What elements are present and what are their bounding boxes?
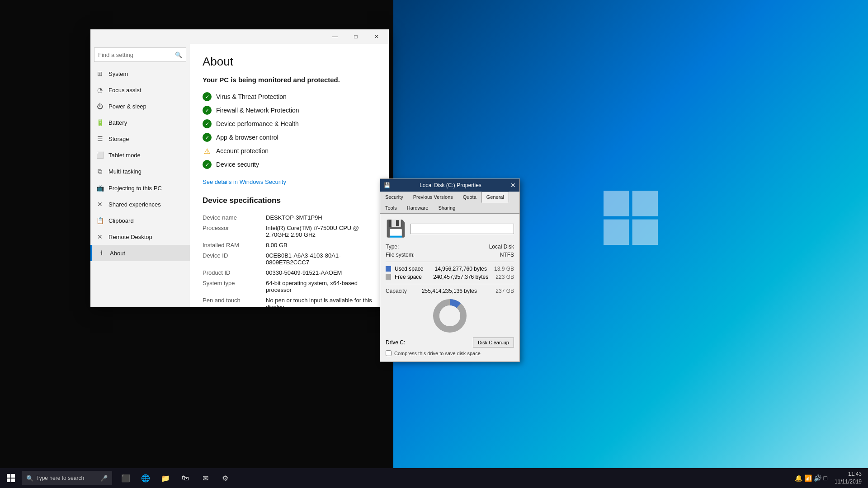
spec-value: Intel(R) Core(TM) i7-7500U CPU @ 2.70GHz… [266, 223, 376, 240]
disk-type-label: Type: [386, 244, 399, 250]
sidebar-item-label: Storage [108, 136, 129, 142]
search-input[interactable] [98, 52, 175, 58]
spec-value: 0CEB0B1-A6A3-4103-80A1-0809E7B2CCC7 [266, 250, 376, 267]
sidebar-item-projecting[interactable]: 📺 Projecting to this PC [90, 180, 190, 196]
sidebar-item-system[interactable]: ⊞ System [90, 66, 190, 82]
taskbar: 🔍 Type here to search 🎤 ⬛ 🌐 📁 🛍 ✉ ⚙ 🔔 📶 … [0, 468, 868, 488]
taskbar-clock[interactable]: 11:43 11/11/2019 [835, 470, 864, 486]
maximize-button[interactable]: □ [345, 29, 366, 44]
sidebar-item-label: System [108, 70, 128, 77]
tab-general[interactable]: General [481, 192, 509, 203]
sidebar-item-about[interactable]: ℹ About [90, 245, 190, 261]
protection-item-label: Account protection [216, 147, 269, 155]
taskbar-search-box[interactable]: 🔍 Type here to search 🎤 [22, 471, 112, 485]
spec-value: 8.00 GB [266, 240, 376, 250]
svg-rect-0 [604, 191, 629, 216]
taskbar-settings[interactable]: ⚙ [217, 470, 233, 486]
notification-icon[interactable]: 🔔 [795, 474, 802, 482]
disk-type-row: Type: Local Disk [386, 244, 514, 250]
sidebar-item-label: Power & sleep [108, 103, 146, 110]
disk-close-button[interactable]: ✕ [510, 182, 516, 188]
tab-hardware[interactable]: Hardware [402, 202, 434, 213]
tab-quota[interactable]: Quota [458, 192, 481, 202]
action-center-icon[interactable]: □ [823, 474, 827, 482]
tab-previous-versions[interactable]: Previous Versions [408, 192, 458, 202]
taskbar-search-text: Type here to search [36, 475, 84, 481]
settings-body: 🔍 ⊞ System ◔ Focus assist ⏻ Power & slee… [90, 44, 389, 307]
tab-sharing[interactable]: Sharing [433, 202, 460, 213]
sidebar: 🔍 ⊞ System ◔ Focus assist ⏻ Power & slee… [90, 44, 190, 307]
taskbar-mail[interactable]: ✉ [197, 470, 213, 486]
sidebar-item-tablet-mode[interactable]: ⬜ Tablet mode [90, 147, 190, 163]
disk-cleanup-button[interactable]: Disk Clean-up [473, 338, 514, 347]
taskbar-task-view[interactable]: ⬛ [118, 470, 134, 486]
sidebar-item-storage[interactable]: ☰ Storage [90, 131, 190, 147]
compress-checkbox[interactable] [386, 350, 392, 356]
spec-table: Device name DESKTOP-3MT1P9H Processor In… [203, 212, 376, 307]
disk-name-input[interactable] [410, 224, 514, 234]
donut-chart [432, 298, 468, 334]
minimize-button[interactable]: — [325, 29, 345, 44]
network-icon[interactable]: 📶 [804, 474, 812, 482]
clock-date: 11/11/2019 [835, 478, 862, 486]
page-title: About [203, 55, 376, 69]
search-icon[interactable]: 🔍 [175, 52, 182, 58]
sidebar-item-label: Battery [108, 119, 127, 126]
taskbar-store[interactable]: 🛍 [177, 470, 193, 486]
taskbar-microphone-icon[interactable]: 🎤 [100, 475, 108, 482]
clock-time: 11:43 [835, 470, 862, 478]
sidebar-item-focus-assist[interactable]: ◔ Focus assist [90, 82, 190, 98]
focus-icon: ◔ [96, 86, 104, 94]
close-button[interactable]: ✕ [366, 29, 387, 44]
protection-list: ✓ Virus & Threat Protection ✓ Firewall &… [203, 90, 376, 171]
free-space-bytes: 240,457,957,376 bytes [433, 274, 488, 280]
disk-header-row: 💾 [386, 219, 514, 238]
capacity-label: Capacity [386, 288, 407, 294]
volume-icon[interactable]: 🔊 [814, 474, 821, 482]
warning-icon: ⚠ [203, 146, 212, 155]
spec-label: Device name [203, 212, 266, 223]
tab-security[interactable]: Security [380, 192, 408, 202]
start-button[interactable] [0, 468, 22, 488]
spec-row-device-id: Device ID 0CEB0B1-A6A3-4103-80A1-0809E7B… [203, 250, 376, 267]
spec-row-processor: Processor Intel(R) Core(TM) i7-7500U CPU… [203, 223, 376, 240]
spec-value: 00330-50409-91521-AAOEM [266, 267, 376, 278]
sidebar-item-label: Clipboard [108, 217, 134, 224]
search-box[interactable]: 🔍 [94, 47, 186, 62]
svg-rect-1 [632, 191, 658, 216]
sidebar-item-label: Remote Desktop [108, 234, 152, 240]
disk-filesystem-value: NTFS [500, 252, 514, 258]
clipboard-icon: 📋 [96, 217, 104, 224]
spec-label: Product ID [203, 267, 266, 278]
capacity-gb: 237 GB [495, 288, 514, 294]
sidebar-item-multitasking[interactable]: ⧉ Multi-tasking [90, 163, 190, 180]
sidebar-item-power-sleep[interactable]: ⏻ Power & sleep [90, 98, 190, 114]
disk-dialog-icon: 💾 [384, 182, 391, 188]
disk-free-space-row: Free space 240,457,957,376 bytes 223 GB [386, 274, 514, 280]
mail-icon: ✉ [203, 474, 208, 483]
check-icon: ✓ [203, 133, 212, 142]
sidebar-item-label: Multi-tasking [108, 168, 142, 175]
protection-item-account: ⚠ Account protection [203, 144, 376, 158]
sidebar-item-clipboard[interactable]: 📋 Clipboard [90, 212, 190, 229]
check-icon: ✓ [203, 106, 212, 115]
taskbar-edge-browser[interactable]: 🌐 [137, 470, 154, 486]
svg-rect-2 [604, 220, 629, 245]
svg-rect-9 [7, 479, 10, 482]
shared-icon: ✕ [96, 201, 104, 208]
taskbar-file-explorer[interactable]: 📁 [157, 470, 174, 486]
used-space-color [386, 266, 391, 272]
sidebar-item-battery[interactable]: 🔋 Battery [90, 114, 190, 131]
check-icon: ✓ [203, 160, 212, 169]
sidebar-item-shared-experiences[interactable]: ✕ Shared experiences [90, 196, 190, 212]
compress-label: Compress this drive to save disk space [394, 351, 481, 356]
protection-item-label: App & browser control [216, 134, 278, 141]
storage-icon: ☰ [96, 135, 104, 142]
see-details-link[interactable]: See details in Windows Security [203, 178, 376, 185]
tab-tools[interactable]: Tools [380, 202, 402, 213]
protection-item-virus: ✓ Virus & Threat Protection [203, 90, 376, 103]
svg-point-6 [439, 305, 460, 326]
taskbar-search-icon: 🔍 [26, 475, 33, 482]
sidebar-item-remote-desktop[interactable]: ✕ Remote Desktop [90, 229, 190, 245]
free-space-label: Free space [395, 274, 422, 280]
